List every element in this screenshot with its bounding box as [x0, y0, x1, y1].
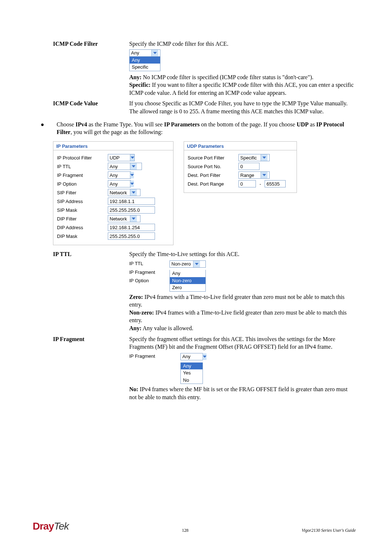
v: Non-zero	[170, 261, 193, 267]
p-specific: Specific: If you want to filter a specif…	[129, 81, 356, 97]
text: Specify the fragment offset settings for…	[129, 336, 335, 350]
page-footer: DrayTek 128 Vigor2130 Series User's Guid…	[33, 519, 356, 533]
desc-ip-fragment: Specify the fragment offset settings for…	[129, 335, 356, 401]
svg-marker-5	[132, 191, 135, 194]
panels: IP Parameters IP Protocol Filter UDP IP …	[53, 141, 356, 246]
option-any[interactable]: Any	[130, 57, 160, 64]
dest-port-filter-select[interactable]: Range	[238, 171, 270, 179]
chevron-down-icon	[130, 154, 134, 161]
dip-mask-input[interactable]	[108, 232, 155, 240]
t: UDP	[297, 121, 309, 127]
label-ip-fragment: IP Fragment	[53, 335, 129, 401]
svg-marker-2	[132, 165, 135, 167]
p-any: Any: No ICMP code filter is specified (I…	[129, 73, 356, 81]
text: Specify the Time-to-Live settings for th…	[129, 251, 240, 257]
select-value: Any	[130, 50, 151, 56]
ip-ttl-select-expanded[interactable]: Non-zero	[170, 260, 206, 268]
t: Choose	[57, 121, 75, 127]
labels-col: IP TTL IP Fragment IP Option	[129, 260, 155, 292]
svg-marker-0	[153, 52, 157, 54]
p-no: No: IPv4 frames where the MF bit is set …	[129, 385, 356, 401]
svg-marker-6	[132, 218, 135, 220]
chevron-down-icon	[130, 172, 134, 178]
v: Network	[108, 189, 130, 196]
lbl: SIP Filter	[57, 190, 104, 196]
l: IP Fragment	[129, 353, 155, 360]
source-port-no-input[interactable]	[238, 163, 260, 170]
option-any[interactable]: Any	[170, 270, 205, 277]
icmp-code-filter-options: Any Specific	[129, 57, 160, 71]
dip-filter-select[interactable]: Network	[108, 215, 140, 222]
t: IPv4 frames with a Time-to-Live field gr…	[129, 309, 347, 324]
logo-part2: Tek	[54, 520, 69, 532]
text: Specify the ICMP code filter for this AC…	[129, 41, 228, 47]
option-yes[interactable]: Yes	[181, 369, 203, 377]
dip-address-input[interactable]	[108, 224, 155, 231]
ip-ttl-mini-figure: IP TTL IP Fragment IP Option Non-zero An…	[129, 260, 356, 292]
svg-marker-1	[131, 157, 134, 159]
desc-icmp-code-value: If you choose Specific as ICMP Code Filt…	[129, 100, 356, 115]
b: No:	[129, 386, 138, 392]
ip-fragment-mini-figure: IP Fragment Any Any Yes No	[129, 353, 356, 384]
sip-mask-input[interactable]	[108, 206, 155, 214]
b: Zero:	[129, 294, 143, 300]
v: Any	[181, 353, 203, 360]
b: Non-zero:	[129, 309, 154, 316]
l: IP Option	[129, 278, 155, 284]
dest-port-range-hi-input[interactable]	[265, 180, 286, 187]
ip-fragment-select[interactable]: Any	[108, 171, 131, 179]
v: Range	[239, 172, 261, 178]
control-col: Non-zero Any Non-zero Zero	[170, 260, 206, 292]
lbl: IP Fragment	[57, 172, 104, 179]
svg-marker-7	[262, 157, 266, 159]
sip-address-input[interactable]	[108, 198, 155, 205]
ip-ttl-select[interactable]: Any	[108, 163, 142, 170]
l: IP TTL	[129, 260, 155, 267]
option-no[interactable]: No	[181, 377, 203, 384]
v: Network	[108, 215, 130, 222]
option-any[interactable]: Any	[181, 362, 203, 370]
lbl: IP TTL	[57, 163, 104, 170]
lbl: IP Option	[57, 181, 104, 187]
t: as	[309, 121, 316, 127]
specific-text: If you want to filter a specific ICMP co…	[129, 82, 354, 96]
t: , you will get the page as the following…	[70, 129, 163, 135]
ip-option-select[interactable]: Any	[108, 180, 131, 187]
page-number: 128	[182, 527, 188, 533]
t: IPv4 frames with a Time-to-Live field gr…	[129, 294, 344, 308]
lbl: Dest. Port Range	[188, 181, 235, 187]
option-non-zero[interactable]: Non-zero	[170, 277, 205, 284]
lbl: SIP Mask	[57, 207, 104, 214]
row-ip-fragment: IP Fragment Specify the fragment offset …	[53, 335, 356, 401]
p-any: Any: Any value is allowed.	[129, 324, 356, 332]
chevron-down-icon	[130, 189, 137, 196]
ip-protocol-filter-select[interactable]: UDP	[108, 154, 135, 161]
chevron-down-icon	[130, 215, 137, 222]
row-ip-ttl: IP TTL Specify the Time-to-Live settings…	[53, 250, 356, 332]
dest-port-range-lo-input[interactable]	[238, 180, 256, 187]
svg-marker-4	[130, 183, 134, 185]
ip-fragment-options: Any Yes No	[180, 362, 203, 384]
chevron-down-icon	[130, 163, 137, 170]
sip-filter-select[interactable]: Network	[108, 189, 140, 196]
v: Any	[108, 181, 130, 187]
any-text: No ICMP code filter is specified (ICMP c…	[142, 74, 314, 80]
label-icmp-code-filter: ICMP Code Filter	[53, 40, 129, 97]
b: Any:	[129, 325, 142, 331]
option-specific[interactable]: Specific	[130, 64, 160, 71]
lbl: Source Port No.	[188, 163, 235, 170]
ip-ttl-options: Any Non-zero Zero	[170, 270, 206, 292]
panel-body: Source Port Filter Specific Source Port …	[184, 150, 297, 193]
ip-fragment-select-expanded[interactable]: Any	[180, 353, 203, 360]
panel-title: IP Parameters	[53, 142, 173, 151]
icmp-code-filter-select[interactable]: Any	[129, 49, 160, 57]
option-zero[interactable]: Zero	[170, 284, 205, 291]
svg-marker-3	[130, 174, 134, 176]
row-icmp-code-value: ICMP Code Value If you choose Specific a…	[53, 100, 356, 115]
source-port-filter-select[interactable]: Specific	[238, 154, 270, 161]
guide-title: Vigor2130 Series User's Guide	[302, 527, 356, 533]
logo-part1: Dray	[33, 520, 54, 532]
udp-parameters-panel: UDP Parameters Source Port Filter Specif…	[184, 141, 297, 193]
v: UDP	[108, 154, 130, 161]
any-bold: Any:	[129, 74, 142, 80]
